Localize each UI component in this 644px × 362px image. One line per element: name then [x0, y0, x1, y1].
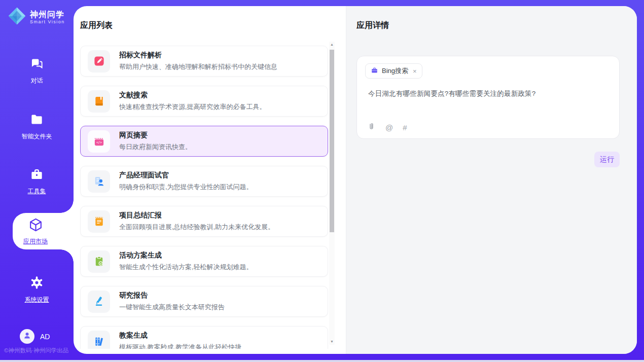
- sidebar-item-app-market[interactable]: 应用市场: [13, 213, 74, 249]
- sidebar-item-chat[interactable]: 对话: [0, 57, 74, 85]
- sidebar-footer: ©神州数码·神州问学出品: [4, 347, 68, 354]
- app-name: 项目总结汇报: [119, 211, 274, 220]
- app-list-title: 应用列表: [80, 20, 346, 46]
- sidebar-item-smart-folder[interactable]: 智能文件夹: [0, 113, 74, 141]
- avatar: [20, 329, 34, 344]
- mention-icon[interactable]: @: [385, 123, 393, 132]
- user-account[interactable]: AD: [20, 329, 50, 344]
- main-content: 应用列表 招标文件解析 帮助用户快速、准确地理解和解析招标书中的关键信息: [74, 6, 637, 354]
- sidebar-item-label: 工具集: [28, 188, 46, 195]
- toolbox-icon: [0, 167, 74, 183]
- app-name: 研究报告: [119, 291, 225, 300]
- app-card-literature-search[interactable]: 文献搜索 快速精准查找学术资源,提高研究效率的必备工具。: [80, 86, 328, 117]
- tool-tag-bing-search: Bing搜索 ×: [365, 63, 422, 79]
- app-name: 产品经理面试官: [119, 171, 253, 180]
- scroll-down-icon[interactable]: ▼: [329, 339, 335, 344]
- run-row: 运行: [356, 152, 620, 167]
- tool-tag-label: Bing搜索: [382, 66, 408, 76]
- sidebar-item-label: 对话: [31, 77, 43, 84]
- app-detail-panel: 应用详情 Bing搜索 × 今日湖北有哪些新闻要点?有哪些需要关注的最新政策?: [346, 6, 637, 354]
- cube-icon: [28, 217, 44, 235]
- hash-icon[interactable]: #: [403, 123, 407, 132]
- app-description: 帮助用户快速、准确地理解和解析招标书中的关键信息: [119, 62, 277, 71]
- books-icon: [88, 331, 110, 349]
- app-description: 模板驱动,教案秒成,教学准备从此轻松快捷: [119, 343, 241, 349]
- prompt-input[interactable]: Bing搜索 × 今日湖北有哪些新闻要点?有哪些需要关注的最新政策? @ #: [356, 56, 620, 139]
- clipboard-check-icon: [88, 250, 110, 273]
- app-list-panel: 应用列表 招标文件解析 帮助用户快速、准确地理解和解析招标书中的关键信息: [74, 6, 346, 354]
- scroll-up-icon[interactable]: ▲: [329, 42, 335, 47]
- logo-subtitle: Smart Vision: [30, 19, 65, 24]
- sidebar-item-settings[interactable]: 系统设置: [0, 276, 74, 304]
- app-card-pm-interviewer[interactable]: 产品经理面试官 明确身份和职责,为您提供专业性的面试问题。: [80, 166, 328, 197]
- app-description: 一键智能生成高质量长文本研究报告: [119, 303, 225, 312]
- paperclip-icon[interactable]: [367, 122, 376, 133]
- app-description: 智能生成个性化活动方案,轻松解决规划难题。: [119, 263, 253, 272]
- query-text[interactable]: 今日湖北有哪些新闻要点?有哪些需要关注的最新政策?: [368, 89, 611, 98]
- user-name: AD: [40, 333, 50, 341]
- app-name: 教案生成: [119, 331, 241, 340]
- svg-text:</>: </>: [96, 140, 101, 144]
- app-name: 招标文件解析: [119, 51, 277, 60]
- input-toolbar: @ #: [367, 122, 407, 133]
- bottom-strip: [0, 360, 644, 362]
- app-name: 文献搜索: [119, 91, 266, 100]
- close-icon[interactable]: ×: [413, 67, 417, 75]
- sidebar-item-label: 应用市场: [23, 237, 48, 246]
- app-name: 网页摘要: [119, 131, 192, 140]
- app-description: 每日政府新闻资讯快查。: [119, 142, 192, 152]
- scrollbar-thumb[interactable]: [330, 50, 334, 232]
- sidebar: 神州问学 Smart Vision 对话 智能文件夹: [0, 0, 74, 362]
- app-description: 快速精准查找学术资源,提高研究效率的必备工具。: [119, 102, 266, 112]
- browser-code-icon: </>: [88, 130, 110, 153]
- app-card-bid-parse[interactable]: 招标文件解析 帮助用户快速、准确地理解和解析招标书中的关键信息: [80, 46, 328, 77]
- gem-logo-icon: [8, 7, 26, 27]
- app-card-project-summary[interactable]: 项目总结汇报 全面回顾项目进展,总结经验教训,助力未来优化发展。: [80, 206, 328, 237]
- app-name: 活动方案生成: [119, 251, 253, 260]
- app-description: 全面回顾项目进展,总结经验教训,助力未来优化发展。: [119, 223, 274, 232]
- app-card-web-summary[interactable]: </> 网页摘要 每日政府新闻资讯快查。: [80, 126, 328, 157]
- run-button[interactable]: 运行: [594, 152, 620, 167]
- gear-icon: [0, 276, 74, 292]
- book-icon: [88, 90, 110, 113]
- microscope-icon: [88, 291, 110, 313]
- edit-document-icon: [88, 50, 110, 73]
- logo-title: 神州问学: [30, 10, 65, 19]
- person-avatar-icon: [23, 331, 31, 342]
- sidebar-item-toolset[interactable]: 工具集: [0, 167, 74, 196]
- app-detail-title: 应用详情: [356, 20, 620, 46]
- interviewer-icon: [88, 170, 110, 193]
- app-window: 神州问学 Smart Vision 对话 智能文件夹: [0, 0, 644, 362]
- app-card-research-report[interactable]: 研究报告 一键智能生成高质量长文本研究报告: [80, 286, 328, 317]
- chat-icon: [0, 57, 74, 73]
- folder-icon: [0, 113, 74, 128]
- scrollbar[interactable]: ▲ ▼: [329, 42, 335, 345]
- app-logo: 神州问学 Smart Vision: [8, 7, 65, 27]
- app-card-event-plan[interactable]: 活动方案生成 智能生成个性化活动方案,轻松解决规划难题。: [80, 246, 328, 277]
- briefcase-icon: [371, 66, 378, 76]
- note-icon: [88, 210, 110, 233]
- app-card-list: 招标文件解析 帮助用户快速、准确地理解和解析招标书中的关键信息 文献搜索: [80, 46, 328, 349]
- sidebar-item-label: 智能文件夹: [22, 133, 52, 140]
- app-description: 明确身份和职责,为您提供专业性的面试问题。: [119, 183, 253, 192]
- sidebar-item-label: 系统设置: [25, 296, 49, 303]
- app-card-lesson-plan[interactable]: 教案生成 模板驱动,教案秒成,教学准备从此轻松快捷: [80, 326, 328, 349]
